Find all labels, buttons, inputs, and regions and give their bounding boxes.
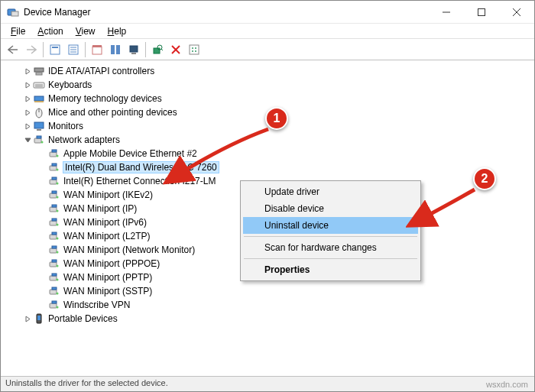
menu-action[interactable]: Action [31,24,69,38]
minimize-button[interactable] [429,1,464,24]
tree-item-label[interactable]: WAN Miniport (IKEv2) [63,190,153,200]
tree-item-label[interactable]: WAN Miniport (PPPOE) [63,258,160,269]
ctx-properties[interactable]: Properties [243,261,418,278]
svg-rect-43 [52,150,57,152]
svg-line-20 [161,49,163,50]
tree-item-label[interactable]: Monitors [48,121,83,131]
ctx-separator [244,258,417,259]
tree-row[interactable]: Memory technology devices [2,92,533,105]
svg-rect-17 [131,53,136,54]
svg-point-71 [57,279,59,281]
expand-icon[interactable] [22,82,33,89]
svg-rect-23 [190,45,199,54]
network-icon [48,189,60,201]
network-icon [48,271,60,283]
network-icon [48,285,60,297]
svg-rect-3 [478,8,485,15]
tree-item-label[interactable]: WAN Miniport (IPv6) [63,217,147,228]
ctx-update-driver[interactable]: Update driver [243,183,418,200]
svg-rect-60 [50,235,57,239]
tree-row[interactable]: Windscribe VPN [2,298,533,312]
expand-icon[interactable] [22,68,33,75]
svg-point-44 [57,155,59,157]
tree-row[interactable]: IDE ATA/ATAPI controllers [2,64,533,78]
tree-item-label[interactable]: Intel(R) Dual Band Wireless-AC 7260 [63,162,219,173]
ctx-uninstall-device[interactable]: Uninstall device [243,217,418,234]
tree-row[interactable]: Portable Devices [2,312,533,326]
back-button[interactable] [5,41,21,58]
svg-rect-34 [34,101,44,102]
collapse-icon[interactable] [22,137,33,144]
tree-item-label[interactable]: Mice and other pointing devices [48,107,177,118]
ctx-disable-device[interactable]: Disable device [243,200,418,217]
svg-rect-76 [52,301,57,303]
tree-item-label[interactable]: Memory technology devices [48,93,162,104]
svg-rect-12 [92,47,102,54]
svg-point-47 [57,169,59,171]
tree-item-label[interactable]: WAN Miniport (SSTP) [63,286,152,296]
tree-row[interactable]: Apple Mobile Device Ethernet #2 [2,147,533,160]
svg-point-41 [41,141,44,144]
svg-point-68 [57,265,59,267]
tree-item-label[interactable]: Windscribe VPN [63,300,130,310]
tb-views-icon[interactable] [186,41,203,58]
svg-rect-70 [52,274,57,276]
menu-view[interactable]: View [70,24,102,38]
tree-item-label[interactable]: Network adapters [48,134,120,145]
tb-icon-2[interactable] [65,41,82,58]
tree-row[interactable]: Network adapters [2,133,533,147]
svg-rect-57 [50,221,57,225]
expand-icon[interactable] [22,123,33,130]
tree-row[interactable]: Keyboards [2,78,533,92]
svg-point-59 [57,224,59,226]
svg-rect-54 [50,207,57,212]
tb-icon-1[interactable] [47,41,63,58]
toolbar-separator [85,42,86,57]
tb-icon-4[interactable] [107,41,124,58]
tree-item-label[interactable]: WAN Miniport (PPTP) [63,272,152,283]
tree-row[interactable]: Intel(R) Dual Band Wireless-AC 7260 [2,160,533,174]
expand-icon[interactable] [22,109,33,116]
svg-rect-14 [111,45,115,54]
titlebar: Device Manager [1,1,534,24]
svg-point-56 [57,210,59,212]
status-bar: Uninstalls the driver for the selected d… [1,376,534,391]
controller-icon [33,65,45,77]
forward-button[interactable] [23,41,40,58]
tb-uninstall-icon[interactable] [167,41,184,58]
svg-point-25 [195,47,196,49]
close-button[interactable] [499,1,534,24]
ctx-scan-hardware[interactable]: Scan for hardware changes [243,239,418,256]
tree-item-label[interactable]: WAN Miniport (IP) [63,203,137,214]
tb-icon-5[interactable] [125,41,142,58]
svg-rect-52 [52,191,57,193]
expand-icon[interactable] [22,96,33,102]
svg-rect-18 [154,48,160,53]
tb-icon-3[interactable] [89,41,105,58]
menu-help[interactable]: Help [102,24,133,38]
svg-rect-29 [36,73,42,75]
tree-item-label[interactable]: Intel(R) Ethernet Connection I217-LM [63,176,216,186]
maximize-button[interactable] [464,1,499,24]
svg-rect-64 [52,246,57,248]
svg-point-65 [57,251,59,254]
menu-file[interactable]: File [5,24,31,38]
annotation-callout-1: 1 [265,107,288,130]
ctx-separator [244,236,417,237]
tree-item-label[interactable]: WAN Miniport (Network Monitor) [63,245,195,255]
tree-item-label[interactable]: Portable Devices [48,313,118,324]
svg-rect-28 [34,68,44,72]
expand-icon[interactable] [22,316,33,322]
svg-rect-75 [50,303,57,308]
tree-item-label[interactable]: WAN Miniport (L2TP) [63,231,151,241]
svg-rect-1 [11,11,18,16]
keyboard-icon [33,79,45,91]
tree-item-label[interactable]: Apple Mobile Device Ethernet #2 [63,148,197,159]
tree-item-label[interactable]: IDE ATA/ATAPI controllers [48,66,154,76]
tree-item-label[interactable]: Keyboards [48,79,92,90]
tree-row[interactable]: WAN Miniport (SSTP) [2,284,533,298]
network-icon [48,230,60,242]
portable-icon [33,313,45,325]
tb-scan-icon[interactable] [149,41,166,58]
watermark: wsxdn.com [486,380,528,389]
